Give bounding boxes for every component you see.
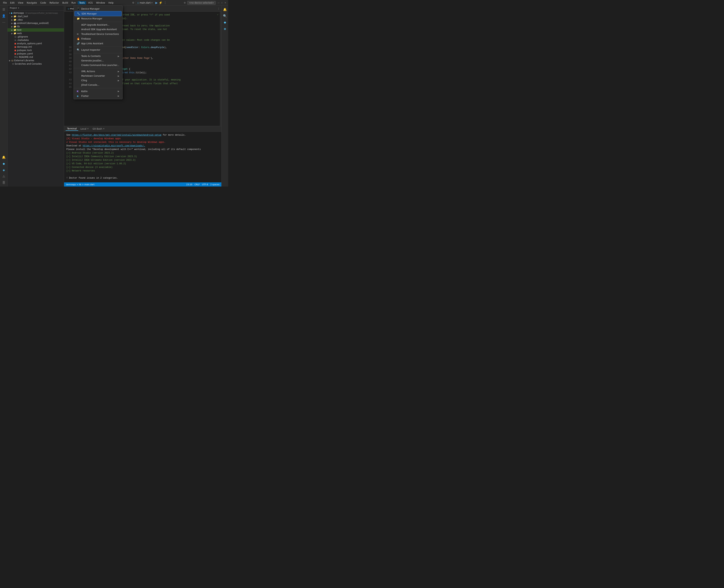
menu-item-xml-actions[interactable]: XML Actions ▶ [74,69,122,74]
tree-readme[interactable]: M≡ README.md [7,56,64,59]
tree-analysis-options[interactable]: ◼ analysis_options.yaml [7,42,64,45]
menu-item-jshell-console[interactable]: JShell Console... [74,83,122,87]
tree-metadata[interactable]: ≡ .metadata [7,38,64,42]
folder-icon: 📁 [14,29,16,31]
maximize-button[interactable]: □ [221,1,223,4]
tree-pubspec-lock[interactable]: ◼ pubspec.lock [7,49,64,52]
cursor-position[interactable]: 23:10 [186,183,192,186]
close-button[interactable]: ✕ [224,1,227,4]
menu-item-label: AGP Upgrade Assistant... [81,24,109,26]
settings-icon[interactable]: ⚙ [184,1,186,4]
menu-separator [74,22,122,22]
menu-item-device-manager[interactable]: 📱 Device Manager [74,6,122,11]
indent[interactable]: 2 spaces [210,183,220,186]
lock-icon: ◼ [14,49,16,51]
menu-file[interactable]: File [1,1,8,4]
flutter-icon[interactable]: ◈ [1,167,7,173]
terminal-tab-terminal[interactable]: Terminal [66,127,78,131]
menu-item-resource-manager[interactable]: 📁 Resource Manager [74,16,122,21]
resource-manager-icon: 📁 [77,17,80,20]
menu-item-create-launcher[interactable]: Create Command-line Launcher... [74,63,122,67]
folder-icon: 📁 [14,32,16,35]
minimize-button[interactable]: — [217,1,220,4]
menu-item-generate-javadoc[interactable]: Generate JavaDoc... [74,58,122,63]
menu-refactor[interactable]: Refactor [48,1,60,4]
tree-test[interactable]: ▶ 📁 test [7,28,64,31]
search-right-icon[interactable]: 🔍 [222,13,228,19]
editor-scrollbar[interactable] [220,12,221,126]
menu-tools[interactable]: Tools [78,1,86,4]
terminal-line: [✓] Android Studio (version 2023.2) [66,151,219,155]
dart-file-icon: ◆ [11,12,13,14]
tree-iml[interactable]: ◼ demoapp.iml [7,45,64,49]
menu-item-cling[interactable]: Cling ▶ [74,78,122,83]
flutter-right-icon[interactable]: ◈ [222,26,228,31]
tree-root[interactable]: ▾ ◆ demoapp D:\workspace\flutter_lec\dem… [7,11,64,15]
tree-scratches[interactable]: ≡ Scratches and Consoles [7,62,64,66]
menu-item-tasks-contexts[interactable]: Tasks & Contexts ▶ [74,54,122,58]
local-tab-close[interactable]: ✕ [87,128,89,130]
menu-item-kotlin[interactable]: K Kotlin ▶ [74,89,122,93]
bottom-left-icon[interactable]: ⚠ [1,173,7,180]
menu-item-label: Generate JavaDoc... [81,59,104,62]
file-tab-dropdown[interactable]: ▾ [152,1,153,4]
tree-item-label: lib [17,25,20,28]
menu-item-app-links[interactable]: 🔗 App Links Assistant [74,41,122,46]
notifications-right-icon[interactable]: 🔔 [222,6,228,13]
vs-link[interactable]: https://visualstudio.microsoft.com/downl… [83,145,145,147]
menu-run[interactable]: Run [70,1,77,4]
menu-build[interactable]: Build [61,1,69,4]
tree-idea[interactable]: ▶ 📁 .idea [7,18,64,21]
menu-separator [74,53,122,53]
menu-item-troubleshoot[interactable]: ≡ Troubleshoot Device Connections [74,31,122,36]
encoding[interactable]: UTF-8 [202,183,208,186]
notification-icon[interactable]: 🔔 [1,154,7,160]
menu-vcs[interactable]: VCS [86,1,94,4]
tree-external-libs[interactable]: ▶ 🗂 External Libraries [7,59,64,62]
menu-help[interactable]: Help [107,1,115,4]
menu-item-agp-upgrade[interactable]: AGP Upgrade Assistant... [74,23,122,27]
device-selector[interactable]: <no device selected> [187,1,216,5]
tree-dart-tool[interactable]: ▶ 📁 .dart_tool [7,15,64,18]
tree-pubspec-yaml[interactable]: ◼ pubspec.yaml [7,52,64,56]
submenu-arrow-icon: ▶ [118,55,119,58]
submenu-arrow-icon: ▶ [118,90,119,92]
flutter-link[interactable]: https://flutter.dev/docs/get-started/ins… [72,134,161,136]
menu-item-android-sdk-upgrade[interactable]: Android SDK Upgrade Assistant [74,27,122,31]
scratch-icon: ≡ [12,63,14,65]
tab-more-button[interactable]: ⋮ [217,7,220,10]
database-icon[interactable]: 🗄 [1,180,7,186]
menu-code[interactable]: Code [39,1,48,4]
dart-icon[interactable]: ◆ [1,161,7,167]
menu-item-sdk-manager[interactable]: 🔧 SDK Manager [75,11,122,16]
run-button[interactable]: ▶ [155,1,158,4]
submenu-arrow-icon: ▶ [118,95,119,97]
tree-gitignore[interactable]: ◎ .gitignore [7,35,64,38]
dart-right-icon[interactable]: ◆ [222,19,228,25]
menu-window[interactable]: Window [95,1,106,4]
menu-item-markdown-converter[interactable]: Markdown Converter ▶ [74,74,122,78]
submenu-arrow-icon: ▶ [118,79,119,82]
menu-item-firebase[interactable]: 🔥 Firebase [74,36,122,41]
line-ending[interactable]: CRLF [195,183,200,186]
bookmark-icon[interactable]: ⋯ [1,19,7,25]
menu-navigate[interactable]: Navigate [25,1,38,4]
git-icon[interactable]: 👤 [1,13,7,19]
menu-view[interactable]: View [16,1,25,4]
git-bash-tab-close[interactable]: ✕ [103,128,105,130]
file-icon: ≡ [14,39,16,41]
more-run-options[interactable]: ⋮ [164,1,167,4]
terminal-tab-local[interactable]: Local ✕ [79,127,90,130]
troubleshoot-icon: ≡ [77,33,80,36]
app-links-icon: 🔗 [77,42,80,45]
menu-item-flutter[interactable]: ◈ Flutter ▶ [74,93,122,98]
terminal-tab-git-bash[interactable]: Git Bash ✕ [91,127,106,130]
project-icon[interactable]: ☰ [1,6,7,13]
tree-web[interactable]: ▶ 📁 web [7,31,64,35]
menu-edit[interactable]: Edit [9,1,16,4]
current-file-tab[interactable]: ◇ main.dart ▾ [135,1,154,5]
profile-button[interactable]: ⚡ [159,1,162,4]
menu-item-layout-inspector[interactable]: 🔍 Layout Inspector [74,47,122,52]
tree-android[interactable]: ▶ 🤖 android [demoapp_android] [7,21,64,25]
tree-lib[interactable]: ▶ 📁 lib [7,25,64,28]
